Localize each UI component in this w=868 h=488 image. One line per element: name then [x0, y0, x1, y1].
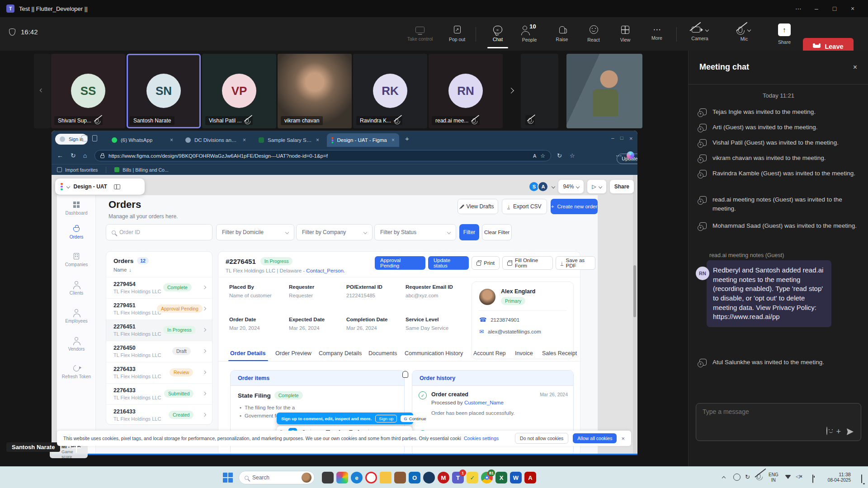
contact-phone[interactable]: 2123874901: [491, 317, 519, 323]
browser-tab[interactable]: (6) WhatsApp×: [107, 133, 178, 147]
sidebar-item-vendors[interactable]: Vendors: [57, 337, 96, 352]
camera-button[interactable]: Camera: [682, 21, 718, 47]
tab-order-preview[interactable]: Order Preview: [275, 350, 311, 357]
figma-menu-chevron-icon[interactable]: [66, 185, 70, 188]
sidebar-item-employees[interactable]: Employees: [57, 309, 96, 324]
figma-share-button[interactable]: Share: [610, 180, 634, 193]
tab-company-details[interactable]: Company Details: [319, 350, 362, 357]
order-row[interactable]: 2276450 TL Flex Holdings LLC Draft: [106, 341, 212, 362]
wifi-icon[interactable]: [785, 475, 791, 479]
tab-invoice[interactable]: Invoice: [515, 350, 533, 357]
tab-documents[interactable]: Documents: [368, 350, 397, 357]
view-button[interactable]: View: [610, 21, 640, 47]
sort-arrow-icon[interactable]: ↓: [129, 267, 132, 272]
browser-tab[interactable]: DC Divisions and Surroundings×: [181, 133, 250, 147]
window-more-icon[interactable]: ⋯: [789, 0, 807, 17]
taskbar-chrome-icon[interactable]: 81: [481, 472, 493, 483]
sidebar-item-dashboard[interactable]: Dashboard: [57, 202, 96, 216]
filter-button[interactable]: Filter: [459, 224, 479, 240]
order-row-selected[interactable]: 2276451 TL Flex Holdings LLC In Progress: [106, 319, 212, 341]
layout-panel-icon[interactable]: [114, 184, 120, 189]
filter-company-dropdown[interactable]: Filter by Company: [296, 224, 373, 240]
save-as-pdf-button[interactable]: ↓ Save as PDF: [556, 256, 595, 270]
favorite-star-icon[interactable]: ☆: [540, 153, 545, 159]
tiles-scroll-right-icon[interactable]: [508, 88, 514, 94]
browser-tab-active[interactable]: Design - UAT - Figma×: [327, 133, 399, 147]
tray-sync-icon[interactable]: ↻: [745, 474, 750, 480]
video-tile[interactable]: RK Ravindra K...: [353, 54, 427, 128]
copilot-icon[interactable]: [627, 151, 634, 159]
video-tile-active-speaker[interactable]: SN Santosh Narate: [127, 54, 201, 128]
sidebar-item-orders[interactable]: Orders: [57, 225, 96, 239]
deny-cookies-button[interactable]: Do not allow cookies: [515, 433, 568, 444]
zoom-control[interactable]: 94%: [558, 180, 584, 193]
cookie-close-icon[interactable]: ×: [621, 435, 625, 442]
scrollbar-thumb[interactable]: [633, 265, 636, 317]
taskbar-edge-icon[interactable]: e: [351, 472, 363, 483]
tab-close-icon[interactable]: ×: [316, 137, 319, 143]
react-button[interactable]: React: [579, 21, 609, 47]
taskbar-acrobat-icon[interactable]: A: [524, 472, 536, 483]
order-row[interactable]: 2276433 TL Flex Holdings LLC Submitted: [106, 383, 212, 404]
new-tab-icon[interactable]: +: [405, 135, 409, 142]
tray-expand-icon[interactable]: [722, 476, 726, 480]
clear-filter-button[interactable]: Clear Filter: [482, 224, 512, 240]
contact-email[interactable]: alex@vstatefilings.com: [488, 329, 541, 334]
browser-tab-search-icon[interactable]: [92, 135, 97, 141]
shared-screen-browser[interactable]: Sign in (6) WhatsApp× DC Divisions and S…: [52, 131, 637, 455]
google-continue-button[interactable]: G Continue: [401, 415, 429, 422]
camera-chevron-down-icon[interactable]: [705, 28, 708, 31]
taskbar-opera-icon[interactable]: [365, 472, 377, 483]
browser-extension-icon[interactable]: [81, 135, 88, 141]
read-aloud-icon[interactable]: A: [533, 153, 536, 159]
tab-close-icon[interactable]: ×: [243, 137, 246, 143]
history-link[interactable]: Customer_Name: [464, 400, 504, 405]
tiles-scroll-left[interactable]: [34, 54, 51, 128]
order-row[interactable]: 2276433 TL Flex Holdings LLC Review: [106, 362, 212, 383]
video-tile-camera-on[interactable]: [566, 54, 642, 128]
scrollbar-track[interactable]: [633, 175, 637, 455]
taskbar-word-icon[interactable]: W: [510, 472, 522, 483]
back-icon[interactable]: ←: [57, 152, 63, 159]
chat-close-icon[interactable]: ×: [853, 63, 857, 71]
sidebar-item-refresh-token[interactable]: Refresh Token: [57, 365, 96, 379]
taskbar-file-explorer-icon[interactable]: [380, 472, 392, 483]
tab-communication-history[interactable]: Communication History: [405, 350, 463, 357]
taskbar-outlook-icon[interactable]: O: [409, 472, 420, 483]
browser-maximize-icon[interactable]: □: [620, 135, 623, 141]
sidebar-item-companies[interactable]: Companies: [57, 253, 96, 267]
video-tile-camera-on[interactable]: vikram chavan: [278, 54, 352, 128]
cookie-settings-link[interactable]: Cookies settings: [464, 436, 499, 441]
update-status-button[interactable]: Update status: [428, 256, 469, 270]
taskbar-package-app-icon[interactable]: [394, 472, 406, 483]
mic-chevron-down-icon[interactable]: [747, 28, 750, 31]
address-bar[interactable]: https://www.figma.com/design/9BKQ0FOHRWa…: [94, 150, 551, 161]
taskbar-mcafee-icon[interactable]: M: [438, 472, 449, 483]
video-tile[interactable]: RN read.ai mee...: [429, 54, 503, 128]
taskbar-app-window-icon[interactable]: [322, 472, 334, 483]
bookmark-import[interactable]: Import favorites: [57, 167, 98, 173]
collaborator-avatar[interactable]: A: [538, 181, 548, 192]
sidebar-item-clients[interactable]: Clients: [57, 281, 96, 296]
collaborators-chevron-icon[interactable]: [552, 185, 555, 188]
attach-plus-icon[interactable]: +: [836, 427, 841, 436]
browser-close-icon[interactable]: ×: [629, 135, 633, 142]
tab-close-icon[interactable]: ×: [392, 137, 395, 143]
tab-close-icon[interactable]: ×: [170, 137, 173, 143]
allow-cookies-button[interactable]: Allow all cookies: [573, 433, 617, 443]
taskbar-notes-icon[interactable]: ✓: [467, 472, 478, 483]
order-id-search[interactable]: [106, 224, 212, 240]
more-button[interactable]: ⋯ More: [642, 21, 672, 47]
mic-button[interactable]: Mic: [726, 21, 762, 47]
chat-button[interactable]: = Chat: [483, 21, 513, 47]
tab-sales-receipt[interactable]: Sales Receipt: [542, 350, 577, 357]
bookmark-bills[interactable]: Bills | Billing and Co...: [114, 167, 168, 173]
figma-file-pill[interactable]: Design - UAT: [55, 178, 145, 195]
reload-icon[interactable]: ↻: [71, 152, 76, 159]
emoji-icon[interactable]: [826, 427, 827, 435]
print-button[interactable]: Print: [472, 256, 500, 270]
approval-pending-button[interactable]: Approval Pending: [375, 256, 425, 270]
taskbar-excel-icon[interactable]: X: [495, 472, 507, 483]
tray-app-icon[interactable]: [733, 474, 741, 481]
video-tile[interactable]: SS Shivani Sup...: [51, 54, 125, 128]
